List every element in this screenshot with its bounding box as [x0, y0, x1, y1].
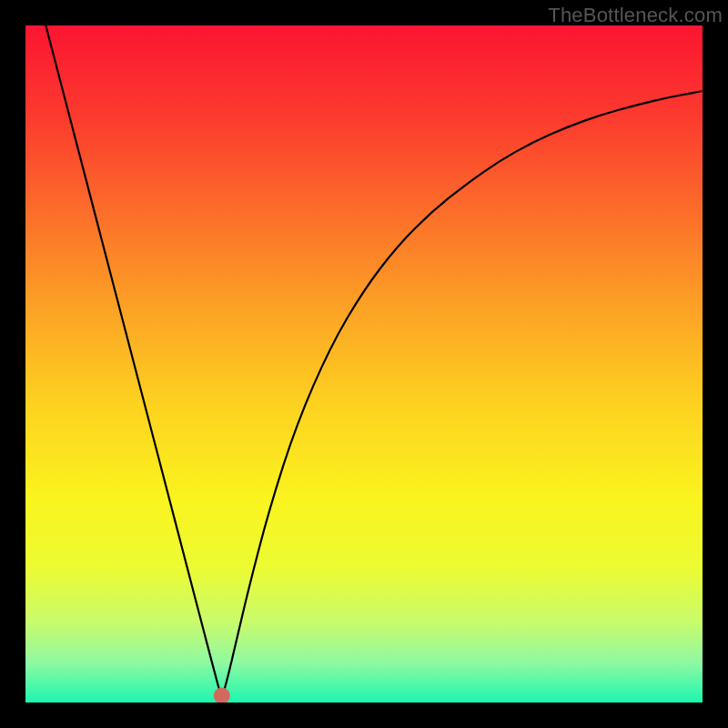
chart-frame — [25, 25, 703, 703]
gradient-background — [25, 25, 703, 703]
watermark-text: TheBottleneck.com — [548, 4, 723, 27]
chart-plot — [25, 25, 703, 703]
